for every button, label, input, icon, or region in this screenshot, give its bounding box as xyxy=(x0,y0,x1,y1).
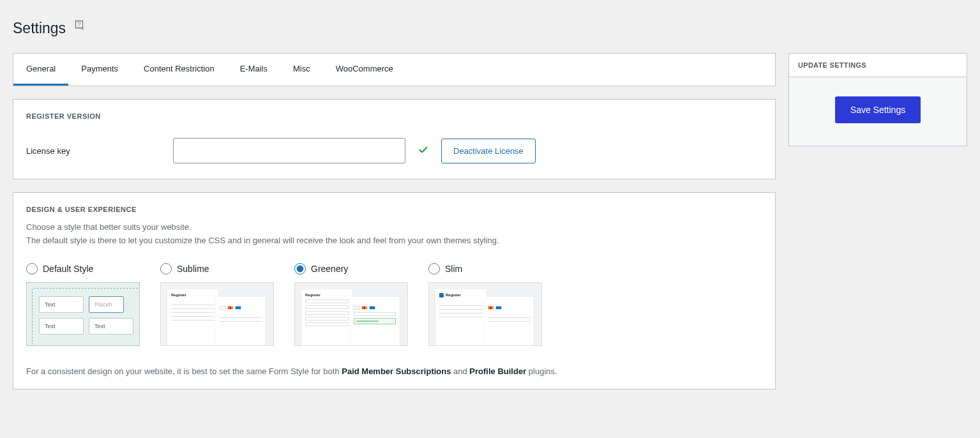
payment-icon xyxy=(235,306,241,310)
help-icon[interactable]: ? xyxy=(72,19,86,37)
payment-icon xyxy=(354,306,360,310)
design-description: Choose a style that better suits your we… xyxy=(13,221,775,248)
preview-text-field: Text xyxy=(89,318,133,335)
radio-input-default[interactable] xyxy=(26,263,38,275)
check-icon xyxy=(418,145,428,157)
option-sublime: Sublime Register xyxy=(160,263,274,346)
payment-icon xyxy=(227,306,234,310)
tab-payments[interactable]: Payments xyxy=(68,54,131,86)
license-key-label: License key xyxy=(26,146,160,156)
option-slim: Slim Register xyxy=(428,263,542,346)
update-settings-box: UPDATE SETTINGS Save Settings xyxy=(788,53,967,146)
radio-default-style[interactable]: Default Style xyxy=(26,263,93,275)
tab-general[interactable]: General xyxy=(13,54,68,86)
payment-icon xyxy=(220,306,226,310)
update-settings-heading: UPDATE SETTINGS xyxy=(789,54,967,77)
style-options: Default Style Text Placeh Text Text xyxy=(13,248,775,354)
tab-content-restriction[interactable]: Content Restriction xyxy=(131,54,227,86)
footnote-plugin1: Paid Member Subscriptions xyxy=(342,366,451,376)
deactivate-license-button[interactable]: Deactivate License xyxy=(441,139,536,163)
tab-emails[interactable]: E-Mails xyxy=(227,54,280,86)
save-settings-button[interactable]: Save Settings xyxy=(835,96,921,123)
preview-placeholder-field: Placeh xyxy=(89,296,124,313)
radio-label-greenery: Greenery xyxy=(311,264,348,274)
radio-sublime[interactable]: Sublime xyxy=(160,263,209,275)
payment-icon xyxy=(369,306,375,310)
option-default-style: Default Style Text Placeh Text Text xyxy=(26,263,140,346)
preview-slim[interactable]: Register xyxy=(428,282,542,346)
radio-input-greenery[interactable] xyxy=(294,263,306,275)
footnote-plugin2: Profile Builder xyxy=(469,366,526,376)
radio-input-sublime[interactable] xyxy=(160,263,172,275)
preview-register-title: Register xyxy=(305,293,349,297)
license-key-input[interactable] xyxy=(173,138,405,163)
svg-text:?: ? xyxy=(78,21,81,27)
slim-icon xyxy=(439,293,444,298)
preview-text-field: Text xyxy=(39,318,84,335)
radio-greenery[interactable]: Greenery xyxy=(294,263,348,275)
radio-label-sublime: Sublime xyxy=(177,264,209,274)
preview-text-field: Text xyxy=(39,296,84,313)
design-panel: DESIGN & USER EXPERIENCE Choose a style … xyxy=(13,192,776,389)
radio-label-default: Default Style xyxy=(43,264,93,274)
payment-icon xyxy=(495,306,502,310)
tab-woocommerce[interactable]: WooCommerce xyxy=(323,54,406,86)
preview-greenery[interactable]: Register xyxy=(294,282,408,346)
design-desc-line1: Choose a style that better suits your we… xyxy=(26,221,762,234)
payment-icon xyxy=(361,306,368,310)
design-heading: DESIGN & USER EXPERIENCE xyxy=(13,193,775,221)
tabs-container: General Payments Content Restriction E-M… xyxy=(13,53,776,86)
radio-slim[interactable]: Slim xyxy=(428,263,462,275)
preview-register-title: Register xyxy=(171,293,215,297)
register-panel: REGISTER VERSION License key Deactivate … xyxy=(13,99,776,179)
page-title: Settings ? xyxy=(13,19,967,37)
footnote-prefix: For a consistent design on your website,… xyxy=(26,366,342,376)
option-greenery: Greenery Register xyxy=(294,263,408,346)
radio-input-slim[interactable] xyxy=(428,263,440,275)
tab-misc[interactable]: Misc xyxy=(280,54,323,86)
design-footnote: For a consistent design on your website,… xyxy=(13,354,775,389)
design-desc-line2: The default style is there to let you cu… xyxy=(26,234,762,248)
preview-sublime[interactable]: Register xyxy=(160,282,274,346)
footnote-suffix: plugins. xyxy=(526,366,557,376)
payment-icon xyxy=(488,306,494,310)
preview-default[interactable]: Text Placeh Text Text xyxy=(26,282,140,346)
register-heading: REGISTER VERSION xyxy=(13,100,775,128)
preview-register-title: Register xyxy=(446,293,461,297)
radio-label-slim: Slim xyxy=(445,264,462,274)
footnote-and: and xyxy=(451,366,469,376)
page-title-text: Settings xyxy=(13,20,66,37)
